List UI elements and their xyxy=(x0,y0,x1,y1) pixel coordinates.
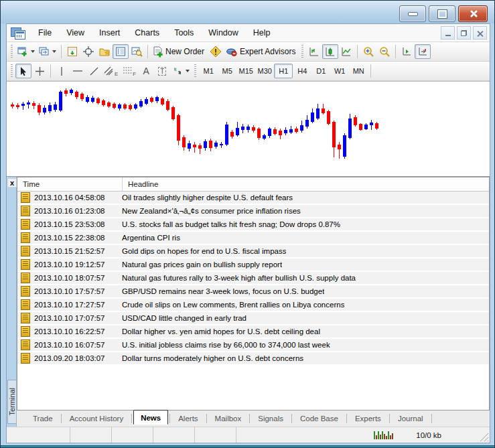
news-headline: Crude oil slips on Lew comments, Brent r… xyxy=(117,301,344,309)
title-bar[interactable] xyxy=(1,1,494,23)
vertical-line-button[interactable] xyxy=(54,64,70,78)
cursor-button[interactable] xyxy=(15,64,31,78)
bar-chart-button[interactable] xyxy=(306,44,322,59)
auto-scroll-button[interactable] xyxy=(399,44,415,59)
terminal-close-button[interactable]: x xyxy=(7,178,17,188)
candle-body xyxy=(257,129,261,138)
terminal-tab-alerts[interactable]: Alerts xyxy=(171,413,204,425)
timeframe-button-w1[interactable]: W1 xyxy=(330,64,349,78)
column-header-headline[interactable]: Headline xyxy=(123,180,158,188)
profiles-button[interactable] xyxy=(37,44,58,59)
new-chart-dropdown-icon[interactable] xyxy=(31,50,35,53)
terminal-tab-trade[interactable]: Trade xyxy=(26,413,60,425)
text-label-button[interactable]: T xyxy=(154,64,170,78)
timeframe-button-m1[interactable]: M1 xyxy=(199,64,218,78)
news-row[interactable]: 2013.10.10 18:07:57 Natural gas futures … xyxy=(17,272,489,284)
news-row[interactable]: 2013.10.10 17:57:57 GBP/USD remains near… xyxy=(17,285,489,297)
new-chart-button[interactable] xyxy=(15,44,37,59)
profiles-dropdown-icon[interactable] xyxy=(52,50,56,53)
news-row[interactable]: 2013.10.10 17:07:57 USD/CAD little chang… xyxy=(17,312,489,324)
timeframe-button-h1[interactable]: H1 xyxy=(274,64,293,78)
data-window-button[interactable] xyxy=(80,44,96,59)
column-header-time[interactable]: Time xyxy=(17,177,123,191)
news-row[interactable]: 2013.10.16 04:58:08 Oil trades slightly … xyxy=(17,192,489,204)
resize-grip[interactable] xyxy=(479,432,488,441)
trendline-icon xyxy=(89,66,99,76)
equidistant-channel-button[interactable]: E xyxy=(102,64,120,78)
terminal-tab-mailbox[interactable]: Mailbox xyxy=(208,413,249,425)
arrows-dropdown-icon[interactable] xyxy=(186,70,190,72)
toolbar-drag-handle[interactable] xyxy=(301,45,303,58)
status-bar: 10/0 kb xyxy=(7,427,490,443)
news-document-icon xyxy=(21,192,30,203)
news-row[interactable]: 2013.10.15 21:52:57 Gold dips on hopes f… xyxy=(17,245,489,257)
chart-close-button[interactable] xyxy=(473,26,487,40)
news-headline: New Zealand×'â‚¬â„¢s consumer price infl… xyxy=(117,207,301,215)
menu-item-help[interactable]: Help xyxy=(246,25,278,40)
news-row[interactable]: 2013.09.20 18:03:07 Dollar turns moderat… xyxy=(17,352,489,364)
toolbar-drag-handle[interactable] xyxy=(11,64,13,78)
news-row[interactable]: 2013.10.15 22:38:08 Argentina CPI ris xyxy=(17,232,489,244)
expert-advisors-button[interactable]: Expert Advisors xyxy=(224,44,299,59)
news-headline: Argentina CPI ris xyxy=(117,234,180,242)
candle-body xyxy=(364,125,368,129)
terminal-tab-journal[interactable]: Journal xyxy=(391,413,430,425)
line-chart-button[interactable] xyxy=(338,44,354,59)
horizontal-line-button[interactable] xyxy=(70,64,86,78)
timeframe-button-mn[interactable]: MN xyxy=(349,64,368,78)
text-button[interactable]: A xyxy=(138,64,154,78)
maximize-button[interactable] xyxy=(429,5,455,22)
chart-shift-button[interactable] xyxy=(415,44,431,59)
maximize-icon xyxy=(438,10,447,18)
menu-item-charts[interactable]: Charts xyxy=(127,25,167,40)
crosshair-button[interactable] xyxy=(31,64,48,78)
news-headline: GBP/USD remains near 3-week lows, focus … xyxy=(117,287,324,295)
chart-minimize-button[interactable] xyxy=(441,26,455,40)
timeframe-button-d1[interactable]: D1 xyxy=(311,64,330,78)
new-order-button[interactable]: New Order xyxy=(151,44,208,59)
chart-restore-button[interactable] xyxy=(457,26,471,40)
terminal-button[interactable] xyxy=(113,44,129,59)
status-cell xyxy=(195,427,236,443)
toolbar-drag-handle[interactable] xyxy=(11,45,13,58)
strategy-tester-button[interactable] xyxy=(129,44,145,59)
zoom-in-button[interactable] xyxy=(360,44,376,59)
menu-item-file[interactable]: File xyxy=(31,25,59,40)
terminal-vertical-tab[interactable]: Terminal xyxy=(7,380,16,424)
terminal-tab-experts[interactable]: Experts xyxy=(348,413,388,425)
news-time: 2013.10.10 16:22:57 xyxy=(34,327,105,335)
minimize-button[interactable] xyxy=(399,5,426,22)
news-row[interactable]: 2013.10.15 23:53:08 U.S. stocks fall as … xyxy=(17,218,489,230)
trendline-button[interactable] xyxy=(86,64,102,78)
news-row[interactable]: 2013.10.10 17:27:57 Crude oil slips on L… xyxy=(17,299,489,311)
candlestick-chart-button[interactable] xyxy=(322,44,338,59)
toolbar-drag-handle[interactable] xyxy=(194,64,196,78)
market-watch-button[interactable] xyxy=(64,44,80,59)
menu-item-window[interactable]: Window xyxy=(201,25,245,40)
news-row[interactable]: 2013.10.10 16:07:57 U.S. initial jobless… xyxy=(17,339,489,351)
terminal-tab-code-base[interactable]: Code Base xyxy=(293,413,345,425)
timeframe-button-h4[interactable]: H4 xyxy=(293,64,311,78)
menu-item-tools[interactable]: Tools xyxy=(167,25,201,40)
terminal-tab-signals[interactable]: Signals xyxy=(251,413,290,425)
news-row[interactable]: 2013.10.10 16:22:57 Dollar higher vs. ye… xyxy=(17,325,489,338)
news-headline: U.S. stocks fall as budget talks hit fre… xyxy=(117,220,340,228)
arrows-button[interactable] xyxy=(170,64,192,78)
timeframe-button-m30[interactable]: M30 xyxy=(255,64,274,78)
menu-item-insert[interactable]: Insert xyxy=(92,25,127,40)
timeframe-button-m15[interactable]: M15 xyxy=(236,64,255,78)
fibonacci-button[interactable]: F xyxy=(120,64,138,78)
candle-body xyxy=(91,98,94,102)
close-button[interactable] xyxy=(458,5,488,22)
candlestick-chart[interactable] xyxy=(7,81,490,177)
navigator-button[interactable] xyxy=(96,44,113,59)
terminal-tab-news[interactable]: News xyxy=(133,410,168,425)
menu-item-view[interactable]: View xyxy=(59,25,92,40)
zoom-out-button[interactable] xyxy=(376,44,393,59)
timeframe-button-m5[interactable]: M5 xyxy=(218,64,236,78)
news-row[interactable]: 2013.10.16 01:23:08 New Zealand×'â‚¬â„¢s… xyxy=(17,205,489,217)
news-row[interactable]: 2013.10.10 19:12:57 Natural gas prices g… xyxy=(17,258,489,271)
status-cell xyxy=(153,427,195,443)
terminal-tab-account-history[interactable]: Account History xyxy=(63,413,131,425)
alert-button[interactable] xyxy=(208,44,224,59)
